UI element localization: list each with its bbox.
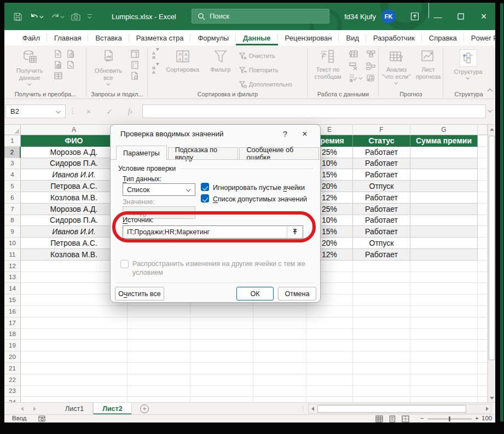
cell-H22[interactable] bbox=[478, 374, 488, 386]
ignore-blank-checkbox[interactable] bbox=[201, 183, 209, 191]
row-header-7[interactable]: 7 bbox=[4, 204, 21, 215]
cell-H21[interactable] bbox=[478, 363, 488, 374]
row-header-9[interactable]: 9 bbox=[4, 226, 21, 238]
cell-H9[interactable] bbox=[478, 226, 488, 238]
cell-F7[interactable]: Работает bbox=[353, 204, 410, 215]
cell-A20[interactable] bbox=[21, 351, 128, 363]
cell-D18[interactable] bbox=[253, 329, 306, 340]
cell-G1[interactable]: Сумма премии bbox=[410, 135, 478, 147]
cell-F17[interactable] bbox=[353, 317, 410, 329]
cell-F10[interactable]: Отпуск bbox=[353, 238, 410, 249]
in-cell-dropdown-checkbox[interactable] bbox=[201, 194, 209, 202]
zoom-level[interactable]: 100 % bbox=[482, 415, 495, 423]
queries-connections-icon[interactable] bbox=[130, 50, 140, 58]
ribbon-tab-Данные[interactable]: Данные bbox=[236, 30, 278, 45]
row-header-15[interactable]: 15 bbox=[4, 294, 21, 306]
cell-H16[interactable] bbox=[478, 306, 488, 317]
group-label-queries[interactable]: Запросы и подкл... bbox=[86, 91, 148, 97]
cell-E24[interactable] bbox=[306, 397, 353, 402]
column-header-H[interactable] bbox=[478, 125, 488, 135]
cell-G19[interactable] bbox=[410, 340, 478, 351]
ribbon-tab-Разметка стра[interactable]: Разметка стра bbox=[129, 30, 191, 45]
cell-H20[interactable] bbox=[478, 351, 488, 363]
cell-E22[interactable] bbox=[306, 374, 353, 386]
cell-D23[interactable] bbox=[253, 386, 306, 397]
cell-C22[interactable] bbox=[190, 374, 253, 386]
group-label-forecast[interactable]: Прогноз bbox=[379, 91, 443, 97]
cell-B24[interactable] bbox=[128, 397, 190, 402]
name-box[interactable]: B2 bbox=[5, 105, 66, 118]
cell-E18[interactable] bbox=[306, 329, 353, 340]
cell-E23[interactable] bbox=[306, 386, 353, 397]
consolidate-icon[interactable] bbox=[366, 50, 375, 58]
cell-H15[interactable] bbox=[478, 294, 488, 306]
cell-G10[interactable] bbox=[410, 238, 478, 249]
dialog-tab-2[interactable]: Подсказка по вводу bbox=[168, 147, 239, 159]
cell-D24[interactable] bbox=[253, 397, 306, 402]
macro-record-icon[interactable] bbox=[38, 415, 45, 423]
cell-F22[interactable] bbox=[353, 374, 410, 386]
row-header-12[interactable]: 12 bbox=[4, 261, 21, 272]
from-table-icon[interactable] bbox=[54, 72, 63, 80]
cell-F9[interactable]: Работает bbox=[353, 226, 410, 238]
text-to-columns-button[interactable]: Текст по столбцам bbox=[311, 48, 345, 80]
row-header-20[interactable]: 20 bbox=[4, 351, 21, 363]
cell-G21[interactable] bbox=[410, 363, 478, 374]
cell-B21[interactable] bbox=[128, 363, 190, 374]
name-box-dropdown-icon[interactable] bbox=[56, 109, 60, 113]
cell-H11[interactable] bbox=[478, 249, 488, 261]
row-header-17[interactable]: 17 bbox=[4, 317, 21, 329]
existing-connections-icon[interactable] bbox=[66, 61, 76, 69]
row-header-2[interactable]: 2 bbox=[4, 147, 21, 158]
cell-G7[interactable] bbox=[410, 204, 478, 215]
cell-F5[interactable]: Отпуск bbox=[353, 181, 410, 192]
cell-H3[interactable] bbox=[478, 158, 488, 170]
cell-F2[interactable]: Работает bbox=[353, 147, 410, 158]
cell-B17[interactable] bbox=[128, 317, 190, 329]
cell-G20[interactable] bbox=[410, 351, 478, 363]
cell-F8[interactable]: Работает bbox=[353, 215, 410, 227]
edit-links-icon[interactable] bbox=[130, 72, 140, 80]
cell-G23[interactable] bbox=[410, 386, 478, 397]
sort-button[interactable]: ЯА АЯ Сортировка bbox=[164, 48, 202, 73]
cell-C16[interactable] bbox=[190, 306, 253, 317]
vertical-scroll-thumb[interactable] bbox=[489, 136, 495, 360]
cell-H12[interactable] bbox=[478, 261, 488, 272]
ribbon-tab-Рецензирован[interactable]: Рецензирован bbox=[278, 30, 339, 45]
cell-A21[interactable] bbox=[21, 363, 128, 374]
avatar[interactable]: FK bbox=[381, 9, 396, 24]
camera-icon[interactable] bbox=[71, 13, 80, 21]
horizontal-scrollbar[interactable] bbox=[308, 404, 491, 414]
row-header-22[interactable]: 22 bbox=[4, 374, 21, 386]
cell-B22[interactable] bbox=[128, 374, 190, 386]
share-button[interactable]: Поделиться bbox=[428, 3, 491, 18]
cell-H17[interactable] bbox=[478, 317, 488, 329]
row-header-3[interactable]: 3 bbox=[4, 158, 21, 170]
ribbon-tab-Power Pivot[interactable]: Power Pivot bbox=[464, 30, 495, 45]
save-icon[interactable] bbox=[13, 12, 22, 21]
horizontal-scroll-thumb[interactable] bbox=[317, 405, 466, 413]
cell-A24[interactable] bbox=[21, 397, 128, 402]
get-data-button[interactable]: Получить данные bbox=[11, 48, 48, 85]
cell-F15[interactable] bbox=[353, 294, 410, 306]
row-header-5[interactable]: 5 bbox=[4, 181, 21, 192]
properties-icon[interactable] bbox=[130, 61, 140, 69]
cell-D22[interactable] bbox=[253, 374, 306, 386]
data-validation-dropdown-icon[interactable] bbox=[358, 76, 362, 79]
cell-B18[interactable] bbox=[128, 329, 190, 340]
cell-B20[interactable] bbox=[128, 351, 190, 363]
cell-G22[interactable] bbox=[410, 374, 478, 386]
page-break-view-icon[interactable] bbox=[402, 415, 409, 423]
cell-G12[interactable] bbox=[410, 261, 478, 272]
cell-B16[interactable] bbox=[128, 306, 190, 317]
cell-D21[interactable] bbox=[253, 363, 306, 374]
cell-D20[interactable] bbox=[253, 351, 306, 363]
cell-H14[interactable] bbox=[478, 283, 488, 294]
customize-qat-icon[interactable] bbox=[88, 14, 92, 19]
dialog-tab-3[interactable]: Сообщение об ошибке bbox=[239, 147, 319, 159]
dialog-help-button[interactable]: ? bbox=[279, 128, 292, 140]
cell-A23[interactable] bbox=[21, 386, 128, 397]
row-header-24[interactable]: 24 bbox=[4, 397, 21, 402]
cell-H10[interactable] bbox=[478, 238, 488, 249]
refresh-all-button[interactable]: Обновить все bbox=[92, 48, 125, 85]
